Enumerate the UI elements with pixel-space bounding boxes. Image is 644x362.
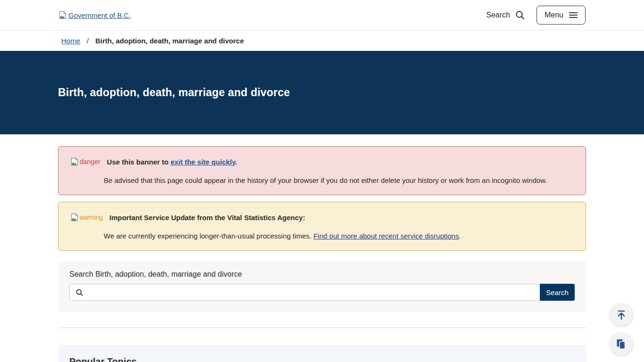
warning-body-text: We are currently experiencing longer-tha… [104, 232, 312, 240]
hero-banner: Birth, adoption, death, marriage and div… [0, 51, 644, 134]
copy-page-button[interactable] [610, 333, 633, 355]
warning-lead-text: Important Service Update from the Vital … [109, 214, 305, 222]
danger-body-text: Be advised that this page could appear i… [104, 176, 574, 184]
search-submit-button[interactable]: Search [540, 284, 575, 301]
content-divider [58, 328, 586, 328]
copy-pages-icon [616, 338, 627, 350]
topic-search-panel: Search Birth, adoption, death, marriage … [58, 262, 586, 312]
service-update-alert: warning Important Service Update from th… [58, 202, 586, 251]
warning-body-suffix: . [459, 232, 461, 240]
danger-lead-text: Use this banner to [107, 158, 169, 166]
warning-broken-image-icon: warning [70, 213, 103, 222]
exit-site-link[interactable]: exit the site quickly [171, 158, 235, 166]
search-input-wrapper [69, 284, 540, 301]
back-to-top-button[interactable] [610, 304, 633, 326]
breadcrumb-home-link[interactable]: Home [61, 37, 80, 45]
search-panel-label: Search Birth, adoption, death, marriage … [69, 270, 575, 279]
exit-site-alert: danger Use this banner to exit the site … [58, 146, 586, 195]
danger-icon-alt-text: danger [80, 158, 100, 165]
logo-link[interactable]: Government of B.C. [58, 10, 131, 20]
breadcrumb-current: Birth, adoption, death, marriage and div… [95, 37, 244, 45]
header-search-button[interactable]: Search [486, 10, 525, 20]
site-header: Government of B.C. Search Menu [0, 0, 644, 31]
logo-alt-text: Government of B.C. [68, 11, 131, 19]
warning-icon-alt-text: warning [80, 214, 103, 221]
popular-topics-section: Popular Topics [58, 345, 586, 362]
danger-lead-suffix: . [235, 158, 237, 166]
hamburger-icon [569, 12, 578, 18]
search-input-icon [75, 288, 83, 296]
broken-image-icon [58, 10, 67, 20]
menu-button[interactable]: Menu [537, 6, 586, 25]
search-icon [515, 10, 525, 20]
breadcrumb-separator: / [87, 37, 89, 45]
popular-topics-title: Popular Topics [69, 356, 575, 362]
search-input[interactable] [87, 284, 540, 300]
back-to-top-icon [616, 309, 627, 321]
service-disruptions-link[interactable]: Find out more about recent service disru… [314, 232, 459, 240]
page-title: Birth, adoption, death, marriage and div… [0, 86, 290, 99]
menu-label: Menu [545, 11, 563, 19]
header-search-label: Search [486, 11, 510, 19]
danger-broken-image-icon: danger [70, 157, 100, 166]
breadcrumb: Home / Birth, adoption, death, marriage … [0, 31, 644, 51]
